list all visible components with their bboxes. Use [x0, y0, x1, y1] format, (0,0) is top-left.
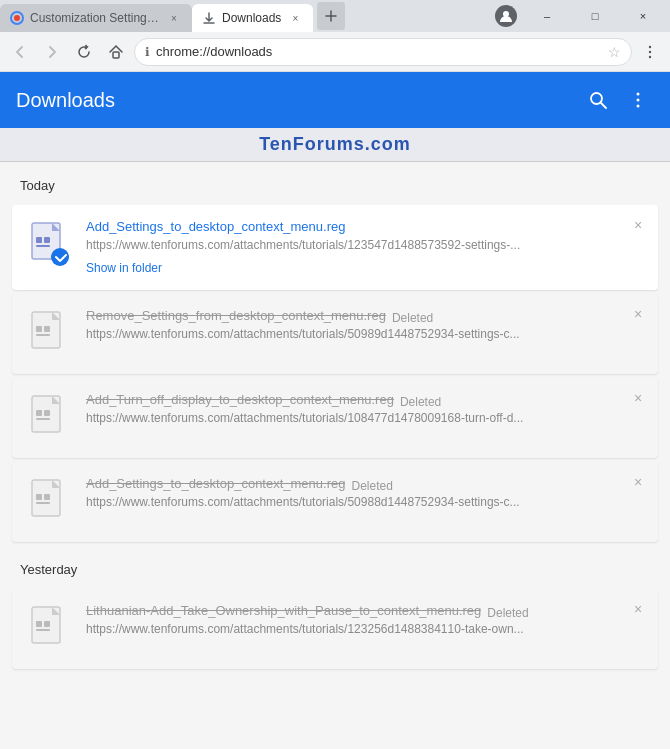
customization-tab-favicon [10, 11, 24, 25]
header-actions [582, 84, 654, 116]
home-button[interactable] [102, 38, 130, 66]
deleted-badge: Deleted [400, 395, 441, 409]
download-url: https://www.tenforums.com/attachments/tu… [86, 622, 646, 636]
svg-rect-31 [44, 494, 50, 500]
download-item: Remove_Settings_from_desktop_context_men… [12, 294, 658, 374]
remove-item-button[interactable]: × [628, 304, 648, 324]
show-in-folder-link[interactable]: Show in folder [86, 261, 162, 275]
svg-rect-14 [36, 237, 42, 243]
tab-downloads-title: Downloads [222, 11, 281, 25]
address-bar-row: ℹ chrome://downloads ☆ [0, 32, 670, 72]
downloads-page-title: Downloads [16, 89, 115, 112]
download-info: Add_Settings_to_desktop_context_menu.reg… [86, 476, 646, 515]
file-icon [26, 308, 74, 360]
download-item: Add_Turn_off_display_to_desktop_context_… [12, 378, 658, 458]
download-item: Lithuanian-Add_Take_Ownership_with_Pause… [12, 589, 658, 669]
section-yesterday-label: Yesterday [0, 546, 670, 585]
remove-item-button[interactable]: × [628, 472, 648, 492]
back-button[interactable] [6, 38, 34, 66]
download-filename-deleted: Lithuanian-Add_Take_Ownership_with_Pause… [86, 603, 481, 618]
minimize-button[interactable]: – [524, 0, 570, 32]
search-button[interactable] [582, 84, 614, 116]
address-bar[interactable]: ℹ chrome://downloads ☆ [134, 38, 632, 66]
url-display: chrome://downloads [156, 44, 602, 59]
svg-point-10 [637, 99, 640, 102]
tab-group: Customization Settings c × Downloads × [0, 0, 313, 32]
item-name-row: Add_Settings_to_desktop_context_menu.reg… [86, 476, 646, 495]
download-url: https://www.tenforums.com/attachments/tu… [86, 327, 646, 341]
remove-item-button[interactable]: × [628, 599, 648, 619]
download-filename-deleted: Remove_Settings_from_desktop_context_men… [86, 308, 386, 323]
tab-customization[interactable]: Customization Settings c × [0, 4, 192, 32]
downloads-tab-favicon [202, 11, 216, 25]
title-bar-right: – □ × [490, 0, 670, 32]
bookmark-icon[interactable]: ☆ [608, 44, 621, 60]
svg-rect-26 [44, 410, 50, 416]
svg-point-4 [649, 45, 651, 47]
profile-icon [495, 5, 517, 27]
download-info: Lithuanian-Add_Take_Ownership_with_Pause… [86, 603, 646, 642]
download-item: Add_Settings_to_desktop_context_menu.reg… [12, 462, 658, 542]
browser-menu-button[interactable] [636, 38, 664, 66]
svg-point-17 [51, 248, 69, 266]
svg-rect-16 [36, 245, 50, 247]
deleted-badge: Deleted [392, 311, 433, 325]
deleted-badge: Deleted [351, 479, 392, 493]
svg-point-11 [637, 105, 640, 108]
download-item: Add_Settings_to_desktop_context_menu.reg… [12, 205, 658, 290]
title-bar-left: Customization Settings c × Downloads × [0, 0, 490, 32]
download-filename-deleted: Add_Settings_to_desktop_context_menu.reg [86, 476, 345, 491]
tab-customization-title: Customization Settings c [30, 11, 160, 25]
file-icon [26, 392, 74, 444]
close-tab-downloads[interactable]: × [287, 10, 303, 26]
more-menu-button[interactable] [622, 84, 654, 116]
refresh-button[interactable] [70, 38, 98, 66]
svg-point-6 [649, 55, 651, 57]
item-name-row: Add_Turn_off_display_to_desktop_context_… [86, 392, 646, 411]
svg-rect-27 [36, 418, 50, 420]
svg-point-9 [637, 93, 640, 96]
maximize-button[interactable]: □ [572, 0, 618, 32]
svg-rect-35 [36, 621, 42, 627]
svg-point-5 [649, 50, 651, 52]
remove-item-button[interactable]: × [628, 215, 648, 235]
file-icon [26, 219, 74, 271]
download-url: https://www.tenforums.com/attachments/tu… [86, 411, 646, 425]
tab-downloads[interactable]: Downloads × [192, 4, 313, 32]
close-tab-customization[interactable]: × [166, 10, 182, 26]
section-today-label: Today [0, 162, 670, 201]
remove-item-button[interactable]: × [628, 388, 648, 408]
profile-button[interactable] [490, 0, 522, 32]
svg-rect-22 [36, 334, 50, 336]
file-icon [26, 476, 74, 528]
download-url: https://www.tenforums.com/attachments/tu… [86, 238, 646, 252]
forward-button[interactable] [38, 38, 66, 66]
downloads-header: Downloads [0, 72, 670, 128]
download-url: https://www.tenforums.com/attachments/tu… [86, 495, 646, 509]
svg-line-8 [601, 103, 606, 108]
download-filename-deleted: Add_Turn_off_display_to_desktop_context_… [86, 392, 394, 407]
svg-rect-37 [36, 629, 50, 631]
download-filename[interactable]: Add_Settings_to_desktop_context_menu.reg [86, 219, 646, 234]
download-info: Add_Turn_off_display_to_desktop_context_… [86, 392, 646, 431]
item-name-row: Remove_Settings_from_desktop_context_men… [86, 308, 646, 327]
svg-rect-21 [44, 326, 50, 332]
download-info: Remove_Settings_from_desktop_context_men… [86, 308, 646, 347]
svg-rect-32 [36, 502, 50, 504]
svg-rect-20 [36, 326, 42, 332]
deleted-badge: Deleted [487, 606, 528, 620]
item-name-row: Lithuanian-Add_Take_Ownership_with_Pause… [86, 603, 646, 622]
svg-rect-3 [113, 52, 119, 58]
title-bar: Customization Settings c × Downloads × [0, 0, 670, 32]
download-info: Add_Settings_to_desktop_context_menu.reg… [86, 219, 646, 276]
watermark: TenForums.com [0, 128, 670, 162]
svg-rect-25 [36, 410, 42, 416]
file-icon [26, 603, 74, 655]
svg-rect-36 [44, 621, 50, 627]
new-tab-button[interactable] [317, 2, 345, 30]
svg-point-1 [14, 15, 20, 21]
svg-rect-15 [44, 237, 50, 243]
close-button[interactable]: × [620, 0, 666, 32]
info-icon: ℹ [145, 45, 150, 59]
svg-point-7 [591, 93, 602, 104]
